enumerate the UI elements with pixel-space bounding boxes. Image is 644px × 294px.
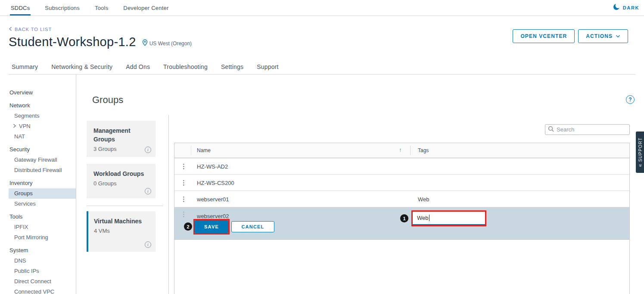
row-actions-icon[interactable]: ⋮ xyxy=(180,210,187,219)
cancel-button[interactable]: CANCEL xyxy=(231,221,274,232)
nav-item-subscriptions[interactable]: Subscriptions xyxy=(44,0,81,16)
nav-item-sddcs[interactable]: SDDCs xyxy=(10,0,31,16)
annotation-box-tags-input: Web xyxy=(411,210,486,226)
vm-table-area: Name ↑ Tags ⋮ HZ-WS-AD2 ⋮ HZ-WS-CS200 xyxy=(174,75,630,294)
sidebar-section-network: Network xyxy=(9,100,76,111)
sidebar-item-direct-connect[interactable]: Direct Connect xyxy=(9,276,76,287)
nav-item-tools[interactable]: Tools xyxy=(94,0,109,16)
sidebar-section-security: Security xyxy=(9,144,76,155)
vmc-console-page: SDDCs Subscriptions Tools Developer Cent… xyxy=(0,0,644,294)
networking-sidebar: Overview Network Segments VPN NAT Securi… xyxy=(0,75,76,294)
column-header-tags[interactable]: Tags xyxy=(418,147,429,153)
info-icon[interactable]: i xyxy=(145,188,151,194)
info-icon[interactable]: i xyxy=(145,241,151,248)
header-divider xyxy=(191,146,191,155)
top-nav: SDDCs Subscriptions Tools Developer Cent… xyxy=(0,0,644,16)
page-header: BACK TO LIST Student-Workshop-1.2 US Wes… xyxy=(0,16,644,58)
chevron-left-icon xyxy=(9,27,12,32)
sidebar-item-groups[interactable]: Groups xyxy=(9,188,76,199)
table-row[interactable]: ⋮ HZ-WS-AD2 xyxy=(174,158,629,175)
sidebar-item-dns[interactable]: DNS xyxy=(9,256,76,266)
actions-button[interactable]: ACTIONS xyxy=(578,29,628,43)
vm-tags: Web xyxy=(418,196,429,203)
sidebar-item-gateway-firewall[interactable]: Gateway Firewall xyxy=(9,155,76,165)
vm-grid: Name ↑ Tags ⋮ HZ-WS-AD2 ⋮ HZ-WS-CS200 xyxy=(174,143,630,294)
tags-input[interactable]: Web xyxy=(413,212,485,225)
sidebar-item-public-ips[interactable]: Public IPs xyxy=(9,266,76,276)
card-count: 4 VMs xyxy=(94,227,150,235)
sidebar-section-tools: Tools xyxy=(9,212,76,222)
chevron-right-icon xyxy=(12,121,16,131)
text-cursor xyxy=(429,215,429,221)
search-box xyxy=(545,124,630,135)
column-header-name[interactable]: Name xyxy=(197,147,211,153)
chevron-down-icon xyxy=(616,33,620,39)
card-workload-groups[interactable]: Workload Groups 0 Groups i xyxy=(87,164,156,198)
card-management-groups[interactable]: Management Groups 3 Groups i xyxy=(87,121,156,157)
annotation-step-1-badge: 1 xyxy=(400,214,408,222)
sidebar-item-overview[interactable]: Overview xyxy=(9,88,76,98)
search-icon xyxy=(548,126,554,134)
sidebar-item-vpn-label: VPN xyxy=(19,121,31,131)
column-divider xyxy=(168,115,169,294)
support-side-tab[interactable]: « SUPPORT xyxy=(636,131,644,173)
support-tab-label: SUPPORT xyxy=(638,138,642,162)
dark-mode-label: DARK xyxy=(623,5,639,10)
card-title: Workload Groups xyxy=(93,169,150,178)
table-row-editing[interactable]: ⋮ webserver02 1 Web 2 SAVE xyxy=(174,207,629,240)
search-input[interactable] xyxy=(557,126,632,133)
groups-title: Groups xyxy=(92,94,123,106)
open-vcenter-button[interactable]: OPEN VCENTER xyxy=(513,29,575,43)
annotation-box-save: SAVE xyxy=(193,219,230,235)
sidebar-item-connected-vpc[interactable]: Connected VPC xyxy=(9,287,76,294)
sidebar-section-inventory: Inventory xyxy=(9,178,76,188)
grid-header: Name ↑ Tags xyxy=(174,143,629,158)
table-row[interactable]: ⋮ HZ-WS-CS200 xyxy=(174,175,629,191)
tab-networking-security[interactable]: Networking & Security xyxy=(51,63,112,74)
tab-add-ons[interactable]: Add Ons xyxy=(126,63,150,74)
sidebar-item-distributed-firewall[interactable]: Distributed Firewall xyxy=(9,165,76,175)
sidebar-item-ipfix[interactable]: IPFIX xyxy=(9,222,76,232)
location-label: US West (Oregon) xyxy=(149,41,192,47)
header-divider xyxy=(410,146,411,155)
tab-settings[interactable]: Settings xyxy=(221,63,243,74)
annotation-step-2-badge: 2 xyxy=(184,222,192,231)
card-count: 0 Groups xyxy=(93,179,150,188)
sort-ascending-icon[interactable]: ↑ xyxy=(399,147,402,153)
card-count: 3 Groups xyxy=(93,145,150,153)
nav-item-developer-center[interactable]: Developer Center xyxy=(122,0,169,16)
groups-panel: Groups ? Management Groups 3 Groups i Wo… xyxy=(76,75,644,294)
moon-icon xyxy=(613,3,620,12)
sidebar-item-port-mirroring[interactable]: Port Mirroring xyxy=(9,232,76,243)
sidebar-item-segments[interactable]: Segments xyxy=(9,111,76,121)
tab-troubleshooting[interactable]: Troubleshooting xyxy=(163,63,208,74)
vm-name: webserver01 xyxy=(197,196,229,203)
row-actions-icon[interactable]: ⋮ xyxy=(180,195,187,203)
sddc-location: US West (Oregon) xyxy=(142,39,192,47)
card-virtual-machines[interactable]: Virtual Machines 4 VMs i xyxy=(87,211,156,252)
table-row[interactable]: ⋮ webserver01 Web xyxy=(174,191,629,207)
save-button[interactable]: SAVE xyxy=(195,220,228,233)
info-icon[interactable]: i xyxy=(145,147,151,153)
content-area: Overview Network Segments VPN NAT Securi… xyxy=(0,75,644,294)
vm-name: HZ-WS-AD2 xyxy=(197,163,228,170)
tab-summary[interactable]: Summary xyxy=(12,63,38,74)
card-title: Management Groups xyxy=(93,126,150,144)
dark-mode-toggle[interactable]: DARK xyxy=(613,0,639,16)
tags-input-value: Web xyxy=(417,215,429,221)
vm-name: webserver02 xyxy=(197,213,229,219)
back-to-list-link[interactable]: BACK TO LIST xyxy=(9,27,52,32)
row-actions-icon[interactable]: ⋮ xyxy=(180,162,187,171)
location-pin-icon xyxy=(142,39,148,47)
vm-name: HZ-WS-CS200 xyxy=(197,180,234,186)
sidebar-item-vpn[interactable]: VPN xyxy=(9,121,76,131)
sidebar-item-services[interactable]: Services xyxy=(9,199,76,209)
cards-divider xyxy=(87,206,163,206)
sddc-tabs: Summary Networking & Security Add Ons Tr… xyxy=(9,63,635,75)
sidebar-section-system: System xyxy=(9,245,76,256)
collapse-chevrons-icon: « xyxy=(637,164,643,167)
page-title: Student-Workshop-1.2 xyxy=(9,35,136,49)
sidebar-item-nat[interactable]: NAT xyxy=(9,131,76,142)
row-actions-icon[interactable]: ⋮ xyxy=(180,178,187,187)
tab-support[interactable]: Support xyxy=(257,63,278,74)
